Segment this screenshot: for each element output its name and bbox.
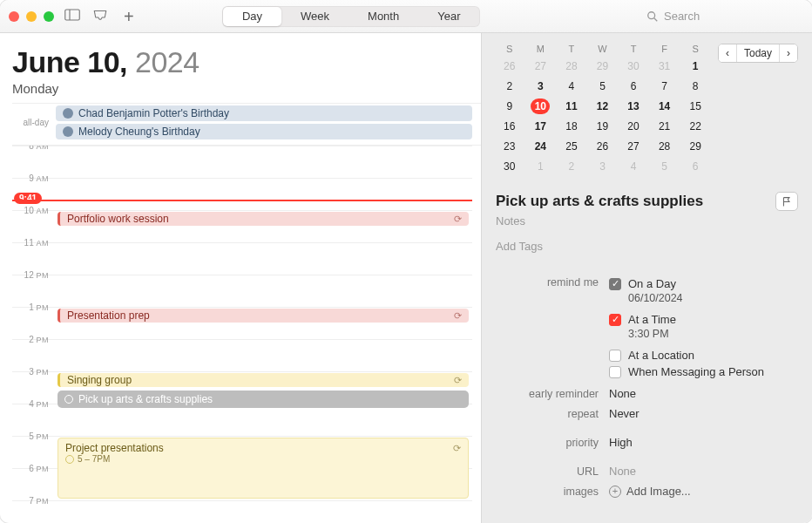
minical-day[interactable]: 4 — [562, 78, 581, 94]
minical-day[interactable]: 26 — [500, 58, 519, 74]
svg-line-3 — [654, 17, 658, 21]
minical-day[interactable]: 27 — [624, 139, 643, 154]
view-year-tab[interactable]: Year — [418, 7, 479, 26]
calendar-event[interactable]: Singing group⟳ — [58, 373, 469, 387]
on-a-day-checkbox[interactable] — [609, 278, 621, 290]
on-a-day-value[interactable]: 06/10/2024 — [609, 292, 798, 304]
next-button[interactable]: › — [779, 44, 797, 62]
minical-day[interactable]: 18 — [562, 119, 581, 134]
minical-day[interactable]: 15 — [686, 98, 705, 114]
titlebar: + Day Week Month Year Search — [0, 0, 812, 33]
minical-day[interactable]: 6 — [624, 78, 643, 94]
minical-day[interactable]: 17 — [531, 119, 550, 134]
minical-dow-header: S — [496, 44, 524, 54]
view-day-tab[interactable]: Day — [223, 7, 281, 26]
reminder-title[interactable]: Pick up arts & crafts supplies — [496, 193, 703, 210]
minical-day[interactable]: 16 — [500, 119, 519, 134]
calendar-event[interactable]: Presentation prep⟳ — [58, 309, 469, 323]
minimize-window-button[interactable] — [26, 11, 37, 22]
minical-day[interactable]: 28 — [562, 58, 581, 74]
minical-day[interactable]: 23 — [500, 139, 519, 154]
all-day-event-title: Melody Cheung's Birthday — [78, 126, 200, 138]
reminder-inspector: Pick up arts & crafts supplies Notes Add… — [496, 192, 798, 501]
priority-label: priority — [496, 436, 609, 449]
flag-button[interactable] — [775, 192, 798, 211]
all-day-event[interactable]: Chad Benjamin Potter's Birthday — [56, 105, 472, 121]
minical-day[interactable]: 13 — [624, 98, 643, 114]
when-messaging-checkbox[interactable] — [609, 366, 621, 378]
hour-label: 10 AM — [12, 206, 49, 215]
minical-day[interactable]: 19 — [592, 119, 612, 134]
calendar-event[interactable]: Pick up arts & crafts supplies — [58, 391, 469, 408]
minical-day[interactable]: 25 — [562, 139, 581, 154]
minical-day[interactable]: 3 — [531, 78, 550, 94]
repeat-label: repeat — [496, 407, 609, 420]
minical-day[interactable]: 8 — [686, 78, 705, 94]
calendars-sidebar-icon[interactable] — [64, 8, 80, 25]
minical-day[interactable]: 12 — [592, 98, 612, 114]
url-value[interactable]: None — [609, 465, 798, 478]
at-a-time-label: At a Time — [628, 313, 676, 326]
hour-label: 4 PM — [12, 399, 49, 409]
minical-day[interactable]: 1 — [686, 58, 705, 74]
today-button[interactable]: Today — [736, 44, 779, 62]
minical-day[interactable]: 10 — [531, 98, 550, 114]
minical-day[interactable]: 11 — [562, 98, 581, 114]
early-reminder-value[interactable]: None — [609, 387, 798, 400]
notes-field[interactable]: Notes — [496, 214, 798, 228]
minical-day[interactable]: 6 — [686, 159, 705, 174]
add-event-button[interactable]: + — [124, 8, 134, 25]
prev-button[interactable]: ‹ — [719, 44, 736, 62]
minical-day[interactable]: 3 — [592, 159, 612, 174]
minical-day[interactable]: 30 — [624, 58, 643, 74]
all-day-event[interactable]: Melody Cheung's Birthday — [56, 124, 472, 139]
minical-day[interactable]: 24 — [531, 139, 550, 154]
minical-day[interactable]: 14 — [655, 98, 674, 114]
hour-label: 3 PM — [12, 367, 49, 377]
minical-day[interactable]: 22 — [686, 119, 705, 134]
close-window-button[interactable] — [9, 11, 19, 22]
minical-dow-header: T — [619, 44, 647, 54]
minical-day[interactable]: 20 — [624, 119, 643, 134]
minical-day[interactable]: 29 — [592, 58, 612, 74]
minical-day[interactable]: 21 — [655, 119, 674, 134]
hour-label: 12 PM — [12, 270, 49, 280]
minical-day[interactable]: 26 — [592, 139, 612, 154]
minical-dow-header: M — [527, 44, 555, 54]
minical-day[interactable]: 7 — [655, 78, 674, 94]
minical-day[interactable]: 29 — [686, 139, 705, 154]
minical-day[interactable]: 27 — [531, 58, 550, 74]
minical-day[interactable]: 4 — [624, 159, 643, 174]
at-location-checkbox[interactable] — [609, 350, 621, 362]
view-week-tab[interactable]: Week — [281, 7, 348, 26]
repeat-value[interactable]: Never — [609, 407, 798, 420]
minical-day[interactable]: 28 — [655, 139, 674, 154]
minical-day[interactable]: 9 — [500, 98, 519, 114]
view-month-tab[interactable]: Month — [348, 7, 418, 26]
fullscreen-window-button[interactable] — [44, 11, 54, 22]
at-a-time-checkbox[interactable] — [609, 314, 621, 326]
at-a-time-value[interactable]: 3:30 PM — [609, 328, 798, 340]
minical-day[interactable]: 2 — [500, 78, 519, 94]
minical-day[interactable]: 1 — [531, 159, 550, 174]
hour-label: 1 PM — [12, 302, 49, 312]
inspector-sidebar: SMTWTFS262728293031123456789101112131415… — [481, 33, 812, 523]
timeline[interactable]: 8 AM9 AM10 AM11 AM12 PM1 PM2 PM3 PM4 PM5… — [12, 145, 481, 523]
minical-day[interactable]: 2 — [562, 159, 581, 174]
add-image-button[interactable]: + Add Image... — [609, 485, 798, 498]
calendar-event[interactable]: Project presentations⟳5 – 7PM — [58, 438, 469, 499]
tags-field[interactable]: Add Tags — [496, 240, 798, 262]
mini-calendar: SMTWTFS262728293031123456789101112131415… — [496, 44, 709, 174]
minical-day[interactable]: 31 — [655, 58, 674, 74]
priority-value[interactable]: High — [609, 436, 798, 449]
when-messaging-label: When Messaging a Person — [628, 365, 764, 378]
inbox-icon[interactable] — [92, 8, 108, 25]
date-navigation: ‹ Today › — [718, 44, 798, 63]
search-field[interactable]: Search — [646, 6, 803, 27]
calendar-event[interactable]: Portfolio work session⟳ — [58, 212, 469, 226]
calendar-window: + Day Week Month Year Search June 10, 20… — [0, 0, 812, 523]
flag-icon — [782, 196, 793, 207]
minical-day[interactable]: 30 — [500, 159, 519, 174]
minical-day[interactable]: 5 — [592, 78, 612, 94]
minical-day[interactable]: 5 — [655, 159, 674, 174]
